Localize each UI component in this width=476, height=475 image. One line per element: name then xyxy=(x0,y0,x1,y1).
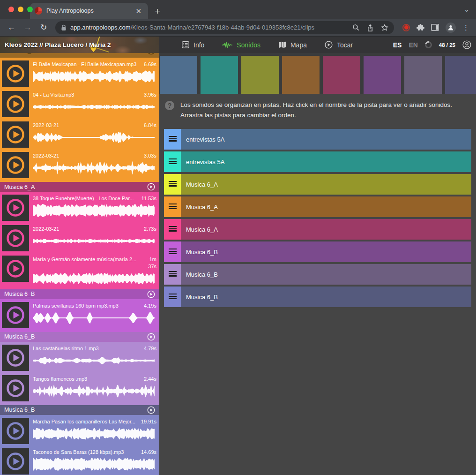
side-panel-icon[interactable] xyxy=(431,24,439,31)
section-play-button[interactable] xyxy=(147,406,155,414)
clip-play-button[interactable] xyxy=(2,121,29,148)
track-drag-handle[interactable] xyxy=(164,264,181,285)
track-name-button[interactable]: Musica 6_A xyxy=(181,196,471,217)
section-header[interactable]: Musica 6_B xyxy=(0,405,159,415)
bookmark-star-icon[interactable] xyxy=(381,24,388,31)
track-row[interactable]: Musica 6_A xyxy=(164,196,471,217)
language-toggle-en[interactable]: EN xyxy=(409,41,417,49)
clip-play-button[interactable] xyxy=(2,91,29,117)
tab-close-icon[interactable]: ✕ xyxy=(134,7,143,15)
track-name-button[interactable]: Musica 6_B xyxy=(181,287,471,307)
track-name-button[interactable]: entrevistas 5A xyxy=(181,129,471,150)
window-controls[interactable] xyxy=(8,7,33,12)
minimize-window-button[interactable] xyxy=(18,7,23,12)
track-drag-handle[interactable] xyxy=(164,151,181,172)
clip-row[interactable]: Tangos flamencos .mp32.44s xyxy=(0,374,159,404)
clip-play-button[interactable] xyxy=(2,195,29,221)
track-color-swatch[interactable] xyxy=(282,56,320,94)
language-toggle-es[interactable]: ES xyxy=(393,41,402,49)
track-row[interactable]: Musica 6_A xyxy=(164,219,471,240)
track-name-button[interactable]: Musica 6_A xyxy=(181,174,471,195)
map-icon xyxy=(278,41,286,48)
profile-avatar[interactable] xyxy=(446,23,456,33)
track-color-swatch[interactable] xyxy=(323,56,360,94)
help-message: ? Los sonidos se organizan en pistas. Ha… xyxy=(159,94,476,126)
clip-row[interactable]: Taconeo de Sara Baras (128 kbps).mp314.6… xyxy=(0,447,159,475)
track-color-swatch[interactable] xyxy=(201,56,238,94)
section-header[interactable]: Musica 6_A xyxy=(0,53,159,58)
new-tab-button[interactable]: + xyxy=(155,6,160,16)
track-color-swatch[interactable] xyxy=(160,56,197,94)
extensions-puzzle-icon[interactable] xyxy=(416,23,424,31)
clip-play-button[interactable] xyxy=(2,375,29,401)
track-row[interactable]: Musica 6_B xyxy=(164,287,471,307)
person-icon xyxy=(447,24,454,31)
track-row[interactable]: entrevistas 5A xyxy=(164,151,471,172)
track-drag-handle[interactable] xyxy=(164,174,181,195)
track-drag-handle[interactable] xyxy=(164,196,181,217)
clip-play-button[interactable] xyxy=(2,256,29,282)
track-name-button[interactable]: Musica 6_B xyxy=(181,241,471,262)
track-color-swatch[interactable] xyxy=(404,56,442,94)
clip-row[interactable]: 2022-03-212.73s xyxy=(0,224,159,254)
clip-play-button[interactable] xyxy=(2,448,29,475)
zoom-window-button[interactable] xyxy=(27,7,33,12)
record-indicator-icon[interactable] xyxy=(402,24,410,31)
track-name-button[interactable]: entrevistas 5A xyxy=(181,151,471,172)
help-text: Los sonidos se organizan en pistas. Haz … xyxy=(180,100,469,121)
clip-row[interactable]: María y Germán solamente música(maría 2.… xyxy=(0,254,159,288)
section-play-button[interactable] xyxy=(147,290,155,298)
address-bar[interactable]: app.antropoloops.com/Kleos-Santa-Marina/… xyxy=(55,21,394,34)
back-button[interactable]: ← xyxy=(5,21,19,35)
track-drag-handle[interactable] xyxy=(164,241,181,262)
app-nav: Info Sonidos Mapa Tocar ES EN 48 / 25 xyxy=(159,37,476,53)
track-drag-handle[interactable] xyxy=(164,287,181,307)
nav-item-info[interactable]: Info xyxy=(175,37,211,53)
track-color-swatch[interactable] xyxy=(364,56,401,94)
section-header[interactable]: Musica 6_B xyxy=(0,289,159,299)
account-icon[interactable] xyxy=(462,40,471,49)
clip-play-button[interactable] xyxy=(2,152,29,178)
clip-row[interactable]: 38 Toque Funebre(Muerte) - Los Doce Par.… xyxy=(0,193,159,224)
nav-item-tocar[interactable]: Tocar xyxy=(318,37,359,53)
section-header[interactable]: Musica 6_B xyxy=(0,332,159,342)
clip-play-button[interactable] xyxy=(2,345,29,371)
track-name-button[interactable]: Musica 6_B xyxy=(181,264,471,285)
clip-play-button[interactable] xyxy=(2,60,29,87)
clip-row[interactable]: 2022-03-213.03s xyxy=(0,151,159,181)
tab-search-chevron-icon[interactable]: ⌄ xyxy=(464,6,469,13)
section-play-button[interactable] xyxy=(147,53,155,55)
section-header[interactable]: Musica 6_A xyxy=(0,182,159,192)
clip-row[interactable]: 2022-03-216.84s xyxy=(0,120,159,151)
search-icon[interactable] xyxy=(352,24,359,31)
clip-play-button[interactable] xyxy=(2,302,29,328)
waveform xyxy=(33,311,156,325)
track-color-swatch[interactable] xyxy=(445,56,476,94)
clip-row[interactable]: Palmas sevillanas 160 bpm mp3.mp34.19s xyxy=(0,301,159,331)
browser-tab[interactable]: Play Antropoloops ✕ xyxy=(30,3,148,19)
track-drag-handle[interactable] xyxy=(164,219,181,240)
clip-row[interactable]: El Baile Mexicapan - El Baile Mexicapan.… xyxy=(0,59,159,90)
waveform xyxy=(33,69,156,83)
section-play-button[interactable] xyxy=(147,333,155,341)
track-row[interactable]: entrevistas 5A xyxy=(164,129,471,150)
reload-button[interactable]: ↻ xyxy=(37,21,51,35)
browser-menu-icon[interactable]: ⋮ xyxy=(462,23,469,32)
clip-play-button[interactable] xyxy=(2,225,29,251)
share-icon[interactable] xyxy=(367,24,373,31)
track-row[interactable]: Musica 6_B xyxy=(164,264,471,285)
clip-play-button[interactable] xyxy=(2,418,29,444)
nav-item-sonidos[interactable]: Sonidos xyxy=(216,37,267,53)
clip-row[interactable]: 04 - La Visita.mp33.96s xyxy=(0,90,159,120)
track-drag-handle[interactable] xyxy=(164,129,181,150)
clip-row[interactable]: Las castañuelas ritmo 1.mp34.79s xyxy=(0,343,159,374)
close-window-button[interactable] xyxy=(8,7,14,12)
track-name-button[interactable]: Musica 6_A xyxy=(181,219,471,240)
track-row[interactable]: Musica 6_B xyxy=(164,241,471,262)
track-row[interactable]: Musica 6_A xyxy=(164,174,471,195)
clip-row[interactable]: Marcha Pasan los campanilleros Las Mejor… xyxy=(0,416,159,447)
track-color-swatch[interactable] xyxy=(241,56,279,94)
section-play-button[interactable] xyxy=(147,183,155,191)
forward-button[interactable]: → xyxy=(21,21,35,35)
nav-item-mapa[interactable]: Mapa xyxy=(272,37,313,53)
